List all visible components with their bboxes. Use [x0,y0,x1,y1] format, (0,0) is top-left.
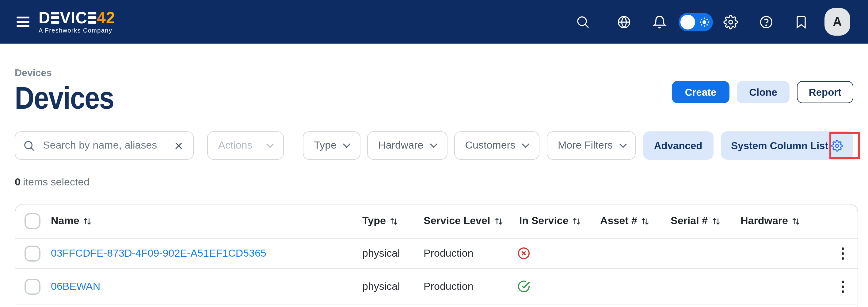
system-column-list-label: System Column List [731,140,828,151]
device-name-link[interactable]: 06BEWAN [51,281,100,293]
service-level-cell: Production [419,247,514,260]
toggle-knob [680,15,695,29]
column-header-hardware[interactable]: Hardware [736,215,828,227]
sun-icon [700,17,709,27]
in-service-yes-icon [517,280,531,294]
sort-icon[interactable] [573,217,581,226]
more-filters-label: More Filters [558,139,613,152]
chevron-down-icon [619,143,627,148]
breadcrumb[interactable]: Devices [15,67,853,79]
search-icon[interactable] [576,15,590,29]
chevron-down-icon [266,143,274,148]
device-type-cell: physical [358,281,419,293]
type-filter-dropdown[interactable]: Type [303,131,361,160]
device42-logo[interactable]: DVIC42 A Freshworks Company [39,10,118,33]
device-name-link[interactable]: 03FFCDFE-873D-4F09-902E-A51EF1CD5365 [51,247,266,260]
sort-icon[interactable] [642,217,649,226]
selection-count: 0 [15,176,21,188]
clone-button[interactable]: Clone [737,81,789,103]
column-header-type[interactable]: Type [358,215,419,227]
column-header-asset[interactable]: Asset # [595,215,666,227]
page-title: Devices [15,82,744,115]
device-type-cell: physical [358,247,419,260]
row-checkbox[interactable] [25,246,40,261]
bell-icon[interactable] [652,15,667,29]
theme-toggle[interactable] [679,12,713,31]
more-filters-dropdown[interactable]: More Filters [547,131,636,160]
selection-summary: 0items selected [15,176,853,189]
actions-dropdown[interactable]: Actions [207,131,284,160]
sort-icon[interactable] [390,217,398,226]
in-service-no-icon [517,247,531,261]
sort-icon[interactable] [494,217,502,226]
page: DVIC42 A Freshworks Company [0,0,868,307]
service-level-cell: Production [419,281,514,293]
table-row: 06BEWAN physical Production [15,269,858,305]
chevron-down-icon [343,143,351,148]
type-filter-label: Type [314,139,337,152]
logo-wordmark: DVIC42 [39,10,115,25]
search-box [15,131,194,160]
table-row: 03FFCDFE-873D-4F09-902E-A51EF1CD5365 phy… [15,239,858,269]
chevron-down-icon [430,143,438,148]
row-checkbox[interactable] [25,279,40,295]
globe-icon[interactable] [617,15,631,29]
actions-dropdown-label: Actions [218,139,253,152]
sort-icon[interactable] [712,217,720,226]
logo-subtitle: A Freshworks Company [39,27,118,33]
hardware-filter-label: Hardware [378,139,423,152]
logo-letter-e [88,12,96,24]
table-header-row: Name Type Service Level In Service Asset… [15,204,858,239]
report-button[interactable]: Report [797,81,853,103]
devices-table: Name Type Service Level In Service Asset… [15,204,858,307]
bookmark-icon[interactable] [794,15,809,29]
selection-label: items selected [23,176,90,188]
row-menu-kebab-icon[interactable] [839,278,847,295]
create-button[interactable]: Create [672,81,730,103]
sort-icon[interactable] [792,217,800,226]
hamburger-menu-icon[interactable] [17,17,29,27]
hardware-filter-dropdown[interactable]: Hardware [367,131,447,160]
customers-filter-dropdown[interactable]: Customers [454,131,539,160]
advanced-button[interactable]: Advanced [643,131,713,160]
help-icon[interactable] [759,15,774,29]
clear-search-icon[interactable] [173,140,185,151]
select-all-checkbox[interactable] [25,213,40,229]
column-header-serial[interactable]: Serial # [666,215,736,227]
row-menu-kebab-icon[interactable] [839,245,847,262]
column-header-service-level[interactable]: Service Level [419,215,514,227]
user-avatar[interactable]: A [825,8,850,36]
customers-filter-label: Customers [465,139,516,152]
sort-icon[interactable] [84,217,92,226]
chevron-down-icon [522,143,530,148]
avatar-letter: A [833,15,842,29]
column-header-name[interactable]: Name [46,215,358,227]
column-header-in-service[interactable]: In Service [514,215,595,227]
top-navbar: DVIC42 A Freshworks Company [0,0,868,44]
search-field-icon [23,140,35,151]
logo-letter-e [51,12,59,24]
annotation-highlight-box [829,132,860,159]
gear-icon[interactable] [723,15,738,29]
search-input[interactable] [43,139,173,152]
